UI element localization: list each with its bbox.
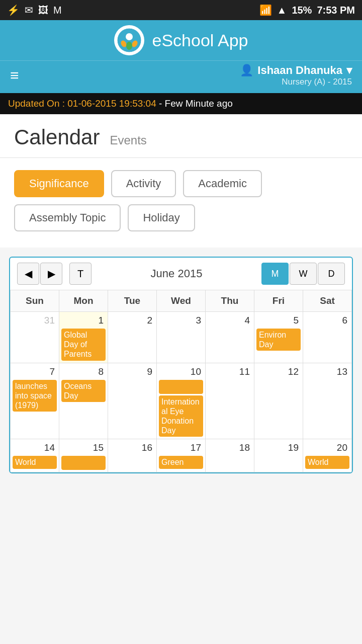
filter-holiday[interactable]: Holiday	[128, 204, 195, 231]
svg-point-4	[126, 42, 132, 50]
gmail-icon: M	[53, 5, 62, 16]
calendar-cell[interactable]: 8 Oceans Day	[59, 363, 108, 439]
status-bar: ⚡ ✉ 🖼 M 📶 ▲ 15% 7:53 PM	[0, 0, 362, 20]
calendar-nav: ◀ ▶ T June 2015 M W D	[10, 258, 352, 290]
weekday-thu: Thu	[206, 290, 254, 312]
status-info-right: 📶 ▲ 15% 7:53 PM	[259, 4, 355, 16]
day-number: 15	[61, 441, 106, 454]
app-name: eSchool App	[152, 31, 248, 50]
day-number: 2	[110, 314, 154, 327]
calendar-cell[interactable]: 14 World	[11, 439, 59, 472]
calendar-row: 7 launches into space (1979) 8 Oceans Da…	[11, 363, 352, 439]
user-info: 👤 Ishaan Dhanuka ▾ Nursery (A) - 2015	[240, 64, 352, 87]
event-pill[interactable]: World	[13, 456, 57, 468]
day-number: 1	[61, 314, 106, 327]
user-name-display[interactable]: 👤 Ishaan Dhanuka ▾	[240, 64, 352, 77]
update-banner: Updated On : 01-06-2015 19:53:04 - Few M…	[0, 93, 362, 114]
calendar-cell[interactable]: 12	[254, 363, 303, 439]
day-number: 11	[208, 365, 252, 378]
calendar-cell[interactable]: 6	[303, 312, 352, 363]
today-button[interactable]: T	[69, 263, 92, 285]
hamburger-menu[interactable]: ≡	[10, 67, 19, 84]
day-number: 18	[208, 441, 252, 454]
event-pill[interactable]: Global Day of Parents	[61, 329, 106, 361]
email-icon: ✉	[25, 4, 33, 16]
filter-assembly[interactable]: Assembly Topic	[14, 204, 121, 231]
calendar-cell[interactable]: 19	[254, 439, 303, 472]
view-month-button[interactable]: M	[261, 263, 289, 285]
calendar-cell[interactable]: 20 World	[303, 439, 352, 472]
calendar-cell[interactable]: 9	[108, 363, 157, 439]
event-pill[interactable]: World	[305, 456, 349, 468]
event-pill[interactable]	[159, 380, 203, 394]
day-number: 6	[305, 314, 349, 327]
view-day-button[interactable]: D	[318, 263, 345, 285]
calendar-cell[interactable]: 31	[11, 312, 59, 363]
weekday-mon: Mon	[59, 290, 108, 312]
app-logo	[114, 25, 144, 55]
calendar-cell[interactable]: 2	[108, 312, 157, 363]
next-month-button[interactable]: ▶	[40, 263, 62, 285]
weekday-fri: Fri	[254, 290, 303, 312]
event-pill[interactable]: Oceans Day	[61, 380, 106, 402]
calendar-row: 31 1 Global Day of Parents 2 3 4 5 Envir	[11, 312, 352, 363]
day-number: 12	[256, 365, 301, 378]
event-pill[interactable]: launches into space (1979)	[13, 380, 57, 412]
filter-row-2: Assembly Topic Holiday	[14, 204, 348, 231]
calendar-cell[interactable]: 4	[206, 312, 254, 363]
user-bar: ≡ 👤 Ishaan Dhanuka ▾ Nursery (A) - 2015	[0, 60, 362, 93]
weekday-wed: Wed	[157, 290, 206, 312]
status-icons-left: ⚡ ✉ 🖼 M	[7, 4, 62, 16]
day-number: 8	[61, 365, 106, 378]
filter-activity[interactable]: Activity	[111, 170, 176, 197]
page-title: Calendar	[14, 125, 100, 149]
day-number: 14	[13, 441, 57, 454]
prev-month-button[interactable]: ◀	[17, 263, 39, 285]
filter-section: Significance Activity Academic Assembly …	[0, 158, 362, 248]
wifi-icon: 📶	[259, 4, 272, 16]
calendar-header-row: Sun Mon Tue Wed Thu Fri Sat	[11, 290, 352, 312]
user-icon: 👤	[240, 64, 253, 77]
day-number: 5	[256, 314, 301, 327]
calendar-row: 14 World 15 16 17 Green 18 19	[11, 439, 352, 472]
event-pill[interactable]: Green	[159, 456, 203, 468]
page-title-bar: Calendar Events	[0, 114, 362, 158]
calendar-cell[interactable]: 3	[157, 312, 206, 363]
calendar-cell[interactable]: 7 launches into space (1979)	[11, 363, 59, 439]
signal-icon: ▲	[277, 5, 287, 16]
calendar-cell[interactable]: 1 Global Day of Parents	[59, 312, 108, 363]
calendar-cell[interactable]: 15	[59, 439, 108, 472]
event-pill[interactable]: Environ Day	[256, 329, 301, 351]
update-datetime: 01-06-2015 19:53:04	[67, 98, 156, 109]
filter-academic[interactable]: Academic	[183, 170, 262, 197]
day-number: 16	[110, 441, 154, 454]
calendar-cell[interactable]: 17 Green	[157, 439, 206, 472]
nav-arrows: ◀ ▶	[17, 263, 62, 285]
calendar-cell[interactable]: 16	[108, 439, 157, 472]
battery-level: 15%	[292, 5, 312, 16]
day-number: 7	[13, 365, 57, 378]
day-number: 31	[13, 314, 57, 327]
calendar-cell[interactable]: 5 Environ Day	[254, 312, 303, 363]
update-prefix: Updated On :	[8, 98, 67, 109]
day-number: 4	[208, 314, 252, 327]
day-number: 9	[110, 365, 154, 378]
calendar-cell[interactable]: 11	[206, 363, 254, 439]
calendar-grid: Sun Mon Tue Wed Thu Fri Sat 31 1 Global …	[10, 290, 352, 472]
user-class-display: Nursery (A) - 2015	[240, 77, 352, 87]
day-number: 17	[159, 441, 203, 454]
event-pill[interactable]: International Eye Donation Day	[159, 395, 203, 437]
calendar-cell[interactable]: 13	[303, 363, 352, 439]
filter-row-1: Significance Activity Academic	[14, 170, 348, 197]
dropdown-icon[interactable]: ▾	[346, 64, 352, 77]
event-pill[interactable]	[61, 456, 106, 470]
calendar-cell[interactable]: 10 International Eye Donation Day	[157, 363, 206, 439]
time-display: 7:53 PM	[317, 5, 355, 16]
filter-significance[interactable]: Significance	[14, 170, 104, 197]
calendar-section: ◀ ▶ T June 2015 M W D Sun Mon Tue Wed Th…	[9, 257, 353, 473]
update-suffix: - Few Minute ago	[156, 98, 233, 109]
calendar-cell[interactable]: 18	[206, 439, 254, 472]
weekday-sun: Sun	[11, 290, 59, 312]
view-week-button[interactable]: W	[290, 263, 317, 285]
image-icon: 🖼	[38, 5, 48, 16]
